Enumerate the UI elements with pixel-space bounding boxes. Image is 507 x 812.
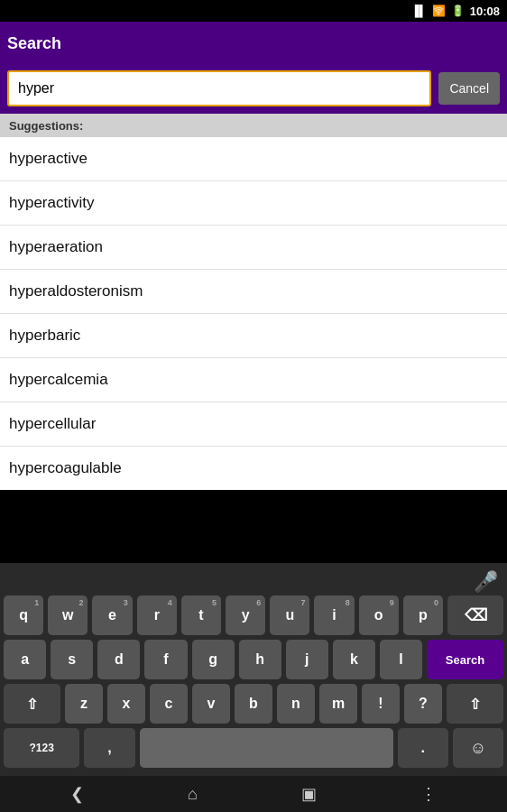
- key-l[interactable]: l: [380, 640, 422, 679]
- key-r[interactable]: 4r: [137, 595, 177, 635]
- key-y[interactable]: 6y: [226, 595, 265, 635]
- key-d[interactable]: d: [97, 640, 140, 679]
- search-input-area: Cancel: [0, 65, 507, 114]
- nav-menu-button[interactable]: ⋮: [420, 784, 437, 804]
- suggestions-bar: Suggestions:: [0, 114, 507, 137]
- battery-icon: 🔋: [451, 5, 465, 17]
- keyboard: 🎤 1q 2w 3e 4r 5t 6y 7u 8i 9o 0p ⌫ a s d …: [0, 563, 507, 776]
- suggestion-item[interactable]: hyperactivity: [0, 181, 507, 226]
- wifi-icon: 🛜: [432, 5, 446, 17]
- nav-home-button[interactable]: ⌂: [188, 785, 198, 804]
- keyboard-row-2: a s d f g h j k l Search: [2, 640, 505, 679]
- key-question[interactable]: ?: [404, 684, 442, 724]
- search-input[interactable]: [7, 70, 431, 106]
- keyboard-row-4: ?123 , . ☺: [2, 728, 505, 768]
- key-q[interactable]: 1q: [4, 595, 43, 635]
- key-z[interactable]: z: [65, 684, 103, 724]
- signal-icon: ▐▌: [411, 5, 427, 17]
- keyboard-top-bar: 🎤: [2, 567, 505, 595]
- emoji-key[interactable]: ☺: [453, 728, 503, 768]
- status-time: 10:08: [470, 5, 500, 18]
- cancel-button[interactable]: Cancel: [438, 72, 500, 105]
- search-header-title: Search: [7, 34, 61, 53]
- key-k[interactable]: k: [333, 640, 375, 679]
- search-header: Search: [0, 22, 507, 65]
- backspace-key[interactable]: ⌫: [447, 595, 503, 635]
- key-i[interactable]: 8i: [314, 595, 354, 635]
- shift-right-key[interactable]: ⇧: [447, 684, 503, 724]
- key-c[interactable]: c: [150, 684, 188, 724]
- key-f[interactable]: f: [144, 640, 187, 679]
- keyboard-row-1: 1q 2w 3e 4r 5t 6y 7u 8i 9o 0p ⌫: [2, 595, 505, 635]
- suggestion-item[interactable]: hypercoagulable: [0, 447, 507, 490]
- suggestion-item[interactable]: hypercellular: [0, 402, 507, 447]
- nav-bar: ❮ ⌂ ▣ ⋮: [0, 776, 507, 812]
- suggestions-label: Suggestions:: [9, 119, 83, 133]
- key-a[interactable]: a: [4, 640, 46, 679]
- key-u[interactable]: 7u: [270, 595, 309, 635]
- key-exclaim[interactable]: !: [362, 684, 400, 724]
- key-t[interactable]: 5t: [181, 595, 221, 635]
- key-e[interactable]: 3e: [92, 595, 132, 635]
- period-key[interactable]: .: [398, 728, 448, 768]
- space-key[interactable]: [140, 728, 393, 768]
- key-h[interactable]: h: [239, 640, 281, 679]
- key-n[interactable]: n: [277, 684, 315, 724]
- suggestion-item[interactable]: hyperbaric: [0, 314, 507, 358]
- key-g[interactable]: g: [192, 640, 235, 679]
- suggestions-list: hyperactivehyperactivityhyperaerationhyp…: [0, 137, 507, 490]
- key-w[interactable]: 2w: [48, 595, 88, 635]
- comma-key[interactable]: ,: [84, 728, 134, 768]
- key-s[interactable]: s: [51, 640, 93, 679]
- nav-recent-button[interactable]: ▣: [301, 784, 317, 804]
- key-x[interactable]: x: [107, 684, 145, 724]
- nav-back-button[interactable]: ❮: [70, 784, 84, 804]
- sym-key[interactable]: ?123: [4, 728, 79, 768]
- suggestion-item[interactable]: hyperaldosteronism: [0, 270, 507, 314]
- key-v[interactable]: v: [192, 684, 230, 724]
- search-key[interactable]: Search: [427, 640, 503, 679]
- status-bar: ▐▌ 🛜 🔋 10:08: [0, 0, 507, 22]
- shift-left-key[interactable]: ⇧: [4, 684, 60, 724]
- keyboard-row-3: ⇧ z x c v b n m ! ? ⇧: [2, 684, 505, 724]
- suggestion-item[interactable]: hypercalcemia: [0, 358, 507, 402]
- key-o[interactable]: 9o: [359, 595, 399, 635]
- key-b[interactable]: b: [235, 684, 272, 724]
- key-j[interactable]: j: [286, 640, 328, 679]
- key-p[interactable]: 0p: [403, 595, 443, 635]
- suggestion-item[interactable]: hyperactive: [0, 137, 507, 181]
- key-m[interactable]: m: [319, 684, 357, 724]
- mic-icon[interactable]: 🎤: [474, 570, 498, 594]
- suggestion-item[interactable]: hyperaeration: [0, 226, 507, 270]
